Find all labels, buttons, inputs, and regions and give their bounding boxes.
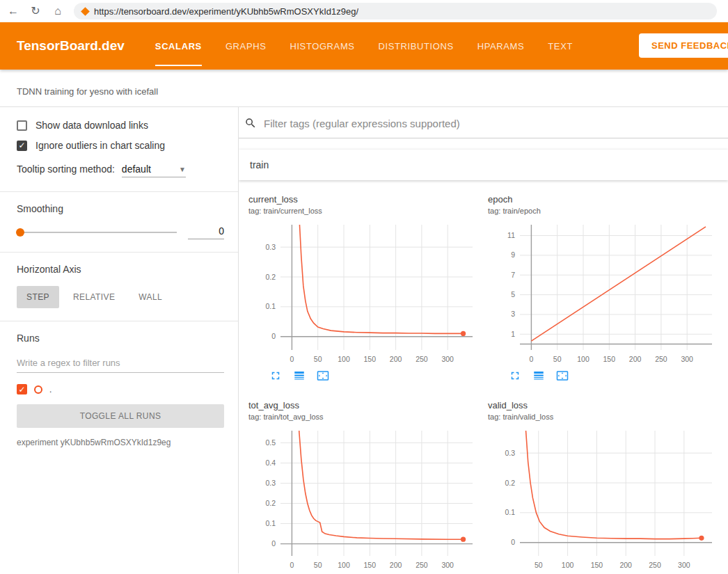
chart-title: valid_loss xyxy=(488,400,718,410)
tab-histograms[interactable]: HISTOGRAMS xyxy=(290,22,354,70)
search-icon xyxy=(244,117,257,129)
url-text: https://tensorboard.dev/experiment/yKUbh… xyxy=(94,6,358,17)
svg-text:300: 300 xyxy=(441,355,454,363)
filter-tags-input[interactable] xyxy=(264,118,728,129)
fit-domain-icon[interactable] xyxy=(317,369,329,382)
svg-text:3: 3 xyxy=(511,310,515,318)
svg-text:100: 100 xyxy=(338,561,350,569)
log-scale-icon[interactable] xyxy=(293,369,306,382)
chart-tag: tag: train/valid_loss xyxy=(488,413,718,421)
svg-text:250: 250 xyxy=(649,561,661,569)
tab-text[interactable]: TEXT xyxy=(548,22,573,70)
experiment-id: experiment yKUbhb5wRmOSXYkId1z9eg xyxy=(17,438,224,447)
svg-text:0.1: 0.1 xyxy=(265,302,276,310)
svg-text:11: 11 xyxy=(507,231,515,239)
tab-hparams[interactable]: HPARAMS xyxy=(477,22,525,70)
svg-text:250: 250 xyxy=(416,561,428,569)
smoothing-heading: Smoothing xyxy=(17,203,224,214)
home-icon[interactable]: ⌂ xyxy=(52,6,64,17)
svg-text:0: 0 xyxy=(290,355,294,363)
expand-chart-icon[interactable] xyxy=(269,369,282,382)
svg-text:1: 1 xyxy=(511,330,515,338)
tab-distributions[interactable]: DISTRIBUTIONS xyxy=(379,22,454,70)
svg-text:0: 0 xyxy=(529,355,533,363)
axis-relative-button[interactable]: RELATIVE xyxy=(63,286,125,308)
scalar-chart[interactable]: 5010015020025030000.10.20.3 xyxy=(488,426,718,573)
experiment-description: TDNN training for yesno with icefall xyxy=(0,70,728,107)
slider-thumb[interactable] xyxy=(16,228,24,237)
smoothing-slider[interactable] xyxy=(17,232,177,233)
checkbox-unchecked-icon xyxy=(17,120,27,131)
toggle-all-runs-button[interactable]: TOGGLE ALL RUNS xyxy=(17,404,224,428)
settings-sidebar: Show data download links ✓ Ignore outlie… xyxy=(0,107,239,573)
svg-text:50: 50 xyxy=(314,561,322,569)
chart-title: tot_avg_loss xyxy=(248,400,478,410)
checkbox-label: Ignore outliers in chart scaling xyxy=(35,140,165,151)
chart-title: epoch xyxy=(488,194,718,205)
svg-text:0.4: 0.4 xyxy=(265,459,276,467)
svg-text:100: 100 xyxy=(562,561,574,569)
expand-chart-icon[interactable] xyxy=(509,369,521,382)
show-download-links-checkbox[interactable]: Show data download links xyxy=(17,120,224,131)
svg-text:150: 150 xyxy=(364,355,377,363)
svg-text:200: 200 xyxy=(629,355,642,363)
axis-wall-button[interactable]: WALL xyxy=(129,286,172,308)
svg-text:7: 7 xyxy=(511,271,515,279)
app-header: TensorBoard.dev SCALARS GRAPHS HISTOGRAM… xyxy=(0,22,728,70)
svg-text:9: 9 xyxy=(511,250,515,259)
svg-text:0.2: 0.2 xyxy=(265,273,276,281)
svg-text:0.3: 0.3 xyxy=(265,243,276,251)
svg-text:200: 200 xyxy=(619,561,632,569)
group-header-train[interactable]: train xyxy=(239,150,728,180)
chevron-down-icon: ▼ xyxy=(179,166,186,173)
svg-text:100: 100 xyxy=(338,355,350,363)
back-icon[interactable]: ← xyxy=(7,6,19,17)
run-checkbox-icon[interactable]: ✓ xyxy=(17,384,27,394)
svg-text:50: 50 xyxy=(314,355,322,363)
checkbox-label: Show data download links xyxy=(35,120,148,131)
svg-text:0: 0 xyxy=(290,561,294,569)
horizontal-axis-heading: Horizontal Axis xyxy=(17,264,224,275)
tooltip-sorting-value: default xyxy=(122,164,151,175)
svg-text:0: 0 xyxy=(271,539,276,548)
runs-filter-input[interactable] xyxy=(17,355,224,373)
svg-text:100: 100 xyxy=(577,355,589,363)
svg-text:200: 200 xyxy=(390,561,402,569)
chart-card-valid-loss: valid_loss tag: train/valid_loss 5010015… xyxy=(488,400,718,573)
chart-title: current_loss xyxy=(248,194,478,205)
chart-tag: tag: train/tot_avg_loss xyxy=(248,413,478,421)
runs-heading: Runs xyxy=(17,333,224,344)
tensorboard-logo-icon xyxy=(81,7,90,16)
svg-text:200: 200 xyxy=(390,355,402,363)
brand-title: TensorBoard.dev xyxy=(17,38,125,54)
chart-card-current-loss: current_loss tag: train/current_loss 050… xyxy=(248,194,478,382)
fit-domain-icon[interactable] xyxy=(556,369,569,382)
svg-text:300: 300 xyxy=(678,561,690,569)
run-row[interactable]: ✓ . xyxy=(17,384,224,394)
svg-text:0.1: 0.1 xyxy=(265,519,276,527)
smoothing-value[interactable]: 0 xyxy=(188,225,224,239)
run-name: . xyxy=(49,385,52,394)
tooltip-sorting-label: Tooltip sorting method: xyxy=(17,164,115,175)
tab-graphs[interactable]: GRAPHS xyxy=(225,22,267,70)
scalar-chart[interactable]: 05010015020025030000.10.20.3 xyxy=(248,221,478,368)
svg-text:150: 150 xyxy=(591,561,603,569)
chart-tag: tag: train/epoch xyxy=(488,207,718,215)
axis-step-button[interactable]: STEP xyxy=(17,286,59,308)
main-area: train current_loss tag: train/current_lo… xyxy=(239,107,728,573)
tab-scalars[interactable]: SCALARS xyxy=(155,22,202,70)
ignore-outliers-checkbox[interactable]: ✓ Ignore outliers in chart scaling xyxy=(17,140,224,151)
svg-text:250: 250 xyxy=(416,355,428,363)
log-scale-icon[interactable] xyxy=(532,369,545,382)
tooltip-sorting-select[interactable]: default ▼ xyxy=(122,164,186,177)
scalar-chart[interactable]: 0501001502002503001357911 xyxy=(488,221,718,368)
send-feedback-button[interactable]: SEND FEEDBACK xyxy=(639,33,728,58)
address-bar[interactable]: https://tensorboard.dev/experiment/yKUbh… xyxy=(74,3,717,19)
chart-tag: tag: train/current_loss xyxy=(248,207,478,215)
reload-icon[interactable]: ↻ xyxy=(29,6,42,17)
svg-text:0.1: 0.1 xyxy=(505,508,515,516)
svg-text:0.2: 0.2 xyxy=(265,499,276,507)
scalar-chart[interactable]: 05010015020025030000.10.20.30.40.5 xyxy=(248,426,478,573)
svg-text:150: 150 xyxy=(603,355,616,363)
svg-text:0.5: 0.5 xyxy=(265,438,276,447)
